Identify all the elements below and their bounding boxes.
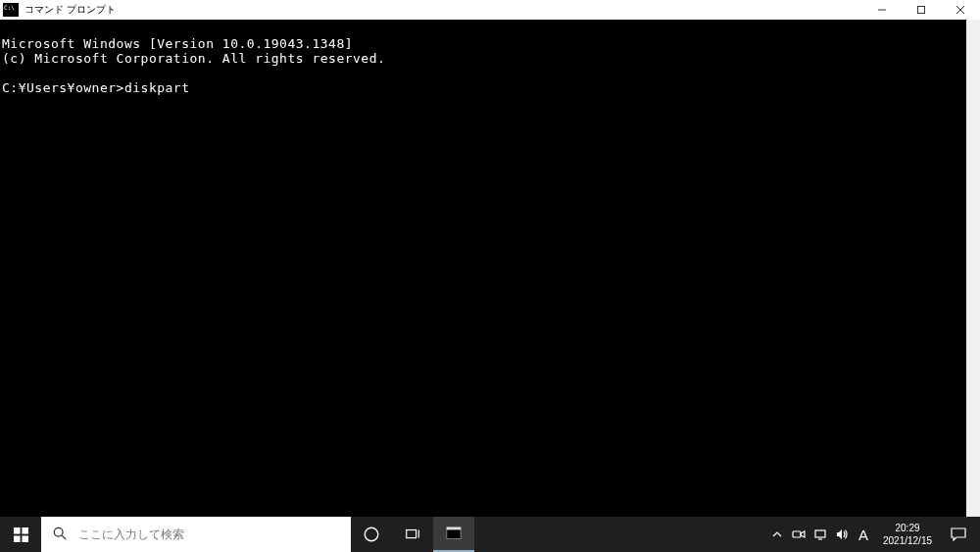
terminal-line: (c) Microsoft Corporation. All rights re… [2, 51, 385, 66]
meet-now-button[interactable] [788, 517, 809, 552]
svg-rect-5 [22, 527, 28, 534]
svg-rect-6 [14, 535, 21, 542]
svg-point-10 [365, 527, 378, 541]
task-view-icon [404, 526, 421, 543]
close-button[interactable] [941, 0, 980, 20]
terminal-prompt: C:¥Users¥owner> [2, 80, 124, 95]
window-title: コマンド プロンプト [24, 3, 862, 17]
chevron-up-icon [770, 527, 784, 541]
svg-rect-17 [815, 530, 825, 537]
cmd-icon [445, 525, 463, 542]
taskbar-search[interactable]: ここに入力して検索 [41, 517, 351, 552]
search-placeholder: ここに入力して検索 [78, 527, 184, 543]
svg-marker-19 [837, 529, 842, 539]
window-titlebar: コマンド プロンプト [0, 0, 980, 20]
speaker-icon [835, 527, 849, 541]
svg-rect-1 [918, 7, 925, 14]
windows-icon [14, 527, 28, 542]
taskbar-pinned-apps [351, 517, 474, 552]
volume-button[interactable] [831, 517, 853, 552]
terminal-output[interactable]: Microsoft Windows [Version 10.0.19043.13… [0, 20, 966, 517]
taskbar-spacer [474, 517, 766, 552]
svg-rect-4 [14, 527, 21, 534]
svg-rect-7 [22, 535, 28, 542]
maximize-button[interactable] [902, 0, 941, 20]
start-button[interactable] [0, 517, 41, 552]
camera-icon [792, 527, 806, 541]
system-tray: A 20:29 2021/12/15 [766, 517, 980, 552]
ime-indicator[interactable]: A [853, 527, 874, 543]
clock-time: 20:29 [874, 522, 941, 534]
clock-button[interactable]: 20:29 2021/12/15 [874, 522, 941, 547]
cmd-taskbar-button[interactable] [433, 517, 474, 552]
cmd-app-icon [3, 3, 19, 17]
terminal-command: diskpart [124, 80, 190, 95]
terminal-line: Microsoft Windows [Version 10.0.19043.13… [2, 36, 353, 51]
minimize-button[interactable] [862, 0, 902, 20]
cortana-button[interactable] [351, 517, 392, 552]
network-button[interactable] [809, 517, 831, 552]
window-controls [862, 0, 980, 20]
svg-line-9 [62, 535, 66, 539]
circle-icon [363, 526, 380, 543]
svg-rect-14 [447, 527, 461, 530]
svg-rect-15 [793, 531, 801, 537]
svg-rect-11 [407, 530, 416, 538]
vertical-scrollbar[interactable] [966, 20, 980, 517]
action-center-button[interactable] [941, 527, 976, 541]
tray-overflow-button[interactable] [766, 517, 788, 552]
notification-icon [951, 527, 966, 541]
task-view-button[interactable] [392, 517, 433, 552]
svg-point-8 [54, 527, 63, 536]
search-icon [53, 527, 67, 543]
network-icon [813, 527, 827, 541]
taskbar: ここに入力して検索 A [0, 517, 980, 552]
svg-marker-16 [801, 531, 805, 537]
clock-date: 2021/12/15 [874, 534, 941, 547]
